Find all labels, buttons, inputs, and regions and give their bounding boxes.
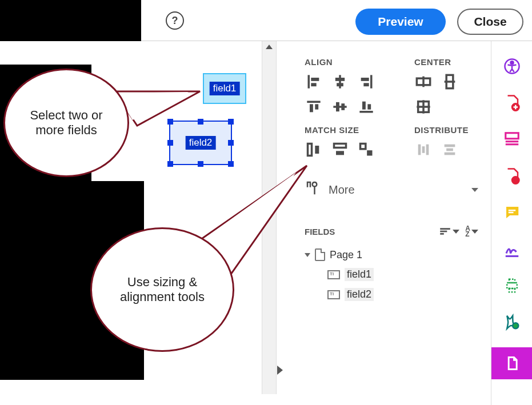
callout-select-fields: Select two or more fields <box>3 69 129 177</box>
callout-text: Use sizing & alignment tools <box>101 275 223 304</box>
callout-sizing-tools: Use sizing & alignment tools <box>90 227 234 352</box>
callout-text: Select two or more fields <box>14 108 118 138</box>
annotation-tails <box>0 0 532 405</box>
